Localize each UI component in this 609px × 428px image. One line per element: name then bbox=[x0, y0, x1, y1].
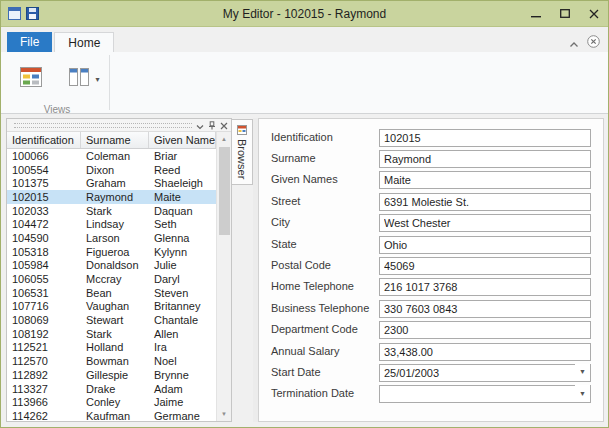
grid-cell: 112892 bbox=[7, 369, 81, 381]
postal-code-input[interactable] bbox=[379, 257, 591, 275]
browser-tab[interactable]: Browser bbox=[232, 119, 253, 185]
grid-row[interactable]: 104472LindsaySeth bbox=[7, 217, 216, 231]
chevron-down-icon[interactable]: ▾ bbox=[95, 75, 99, 84]
minimize-button[interactable] bbox=[521, 1, 550, 26]
window-title: My Editor - 102015 - Raymond bbox=[1, 7, 608, 21]
annual-salary-input[interactable] bbox=[379, 343, 591, 361]
column-header-surname[interactable]: Surname bbox=[81, 132, 149, 148]
title-bar: My Editor - 102015 - Raymond bbox=[1, 1, 608, 27]
surname-field bbox=[379, 149, 591, 167]
scroll-down-icon[interactable]: ▼ bbox=[217, 407, 231, 421]
grid-cell: 106531 bbox=[7, 287, 81, 299]
start-date-dropdown-icon[interactable]: ▼ bbox=[575, 364, 590, 380]
grid-row[interactable]: 100554DixonReed bbox=[7, 163, 216, 177]
city-label: City bbox=[271, 216, 379, 228]
grid-row[interactable]: 113327DrakeAdam bbox=[7, 382, 216, 396]
grid-row[interactable]: 102033StarkDaquan bbox=[7, 204, 216, 218]
column-header-identification[interactable]: Identification bbox=[7, 132, 81, 148]
pane-header[interactable] bbox=[7, 119, 231, 132]
quick-access-toolbar bbox=[1, 7, 39, 20]
window-controls bbox=[521, 1, 608, 26]
home-telephone-label: Home Telephone bbox=[271, 280, 379, 292]
grid-row[interactable]: 108069StewartChantale bbox=[7, 313, 216, 327]
app-icon bbox=[8, 7, 21, 20]
save-icon[interactable] bbox=[26, 7, 39, 20]
grid-row[interactable]: 108192StarkAllen bbox=[7, 327, 216, 341]
grid-cell: Shaeleigh bbox=[149, 177, 216, 189]
detail-form: IdentificationSurnameGiven NamesStreetCi… bbox=[258, 118, 604, 422]
termination-date-input[interactable] bbox=[379, 385, 591, 403]
start-date-field: ▼ bbox=[379, 363, 591, 381]
column-header-given-names[interactable]: Given Names bbox=[149, 132, 216, 148]
autohide-strip: Browser bbox=[232, 118, 253, 422]
grid-view-icon bbox=[18, 64, 44, 94]
postal-code-label: Postal Code bbox=[271, 259, 379, 271]
grid-row[interactable]: 101375GrahamShaeleigh bbox=[7, 176, 216, 190]
termination-date-dropdown-icon[interactable]: ▼ bbox=[575, 385, 590, 401]
ribbon-close-icon[interactable] bbox=[587, 34, 600, 52]
grid-cell: Seth bbox=[149, 218, 216, 230]
scroll-thumb[interactable] bbox=[219, 147, 230, 235]
identification-label: Identification bbox=[271, 131, 379, 143]
grid-cell: Britanney bbox=[149, 300, 216, 312]
surname-input[interactable] bbox=[379, 150, 591, 168]
scroll-up-icon[interactable]: ▲ bbox=[217, 132, 231, 146]
state-input[interactable] bbox=[379, 236, 591, 254]
department-code-input[interactable] bbox=[379, 321, 591, 339]
city-input[interactable] bbox=[379, 214, 591, 232]
grid-cell: 108069 bbox=[7, 314, 81, 326]
grid-row[interactable]: 106055MccrayDaryl bbox=[7, 272, 216, 286]
column-view-icon bbox=[66, 64, 92, 94]
grid-row[interactable]: 102015RaymondMaite bbox=[7, 190, 216, 204]
department-code-label: Department Code bbox=[271, 323, 379, 335]
grid-row[interactable]: 114262KaufmanGermane bbox=[7, 409, 216, 421]
grid-cell: 108192 bbox=[7, 328, 81, 340]
grid-row[interactable]: 107716VaughanBritanney bbox=[7, 300, 216, 314]
pane-grip[interactable] bbox=[14, 123, 192, 128]
grid-row[interactable]: 104590LarsonGlenna bbox=[7, 231, 216, 245]
ribbon-collapse-icon[interactable] bbox=[569, 34, 579, 52]
grid-row[interactable]: 112521HollandIra bbox=[7, 341, 216, 355]
start-date-input[interactable] bbox=[379, 364, 591, 382]
form-field-row: Start Date▼ bbox=[271, 361, 591, 382]
business-telephone-field bbox=[379, 299, 591, 317]
form-field-row: Department Code bbox=[271, 319, 591, 340]
given-names-input[interactable] bbox=[379, 171, 591, 189]
client-area: IdentificationSurnameGiven Names 100066C… bbox=[1, 114, 608, 427]
grid-row[interactable]: 113966ConleyJaime bbox=[7, 395, 216, 409]
form-field-row: Given Names bbox=[271, 169, 591, 190]
grid-cell: 101375 bbox=[7, 177, 81, 189]
given-names-field bbox=[379, 170, 591, 188]
grid-row[interactable]: 105984DonaldsonJulie bbox=[7, 259, 216, 273]
column-view-button[interactable]: ▾ bbox=[63, 55, 103, 103]
grid-cell: Drake bbox=[81, 383, 149, 395]
grid-row[interactable]: 112892GillespieBrynne bbox=[7, 368, 216, 382]
maximize-button[interactable] bbox=[550, 1, 579, 26]
grid-scrollbar[interactable]: ▲ ▼ bbox=[216, 132, 231, 421]
grid-row[interactable]: 106531BeanSteven bbox=[7, 286, 216, 300]
grid-cell: 105318 bbox=[7, 246, 81, 258]
form-field-row: Identification bbox=[271, 126, 591, 147]
grid-cell: Conley bbox=[81, 396, 149, 408]
grid-view-button[interactable] bbox=[11, 55, 51, 103]
grid-cell: 104472 bbox=[7, 218, 81, 230]
grid-cell: Mccray bbox=[81, 273, 149, 285]
street-input[interactable] bbox=[379, 193, 591, 211]
business-telephone-input[interactable] bbox=[379, 300, 591, 318]
grid-row[interactable]: 105318FigueroaKylynn bbox=[7, 245, 216, 259]
file-tab[interactable]: File bbox=[7, 32, 52, 52]
home-telephone-field bbox=[379, 277, 591, 295]
app-window: My Editor - 102015 - Raymond File Home bbox=[0, 0, 609, 428]
grid-cell: 105984 bbox=[7, 259, 81, 271]
close-button[interactable] bbox=[579, 1, 608, 26]
business-telephone-label: Business Telephone bbox=[271, 302, 379, 314]
grid-row[interactable]: 112570BowmanNoel bbox=[7, 354, 216, 368]
tab-home[interactable]: Home bbox=[54, 32, 114, 52]
given-names-label: Given Names bbox=[271, 173, 379, 185]
form-field-row: Postal Code bbox=[271, 254, 591, 275]
grid-cell: Larson bbox=[81, 232, 149, 244]
grid-row[interactable]: 100066ColemanBriar bbox=[7, 149, 216, 163]
home-telephone-input[interactable] bbox=[379, 278, 591, 296]
grid-header: IdentificationSurnameGiven Names bbox=[7, 132, 216, 149]
identification-input[interactable] bbox=[379, 129, 591, 147]
